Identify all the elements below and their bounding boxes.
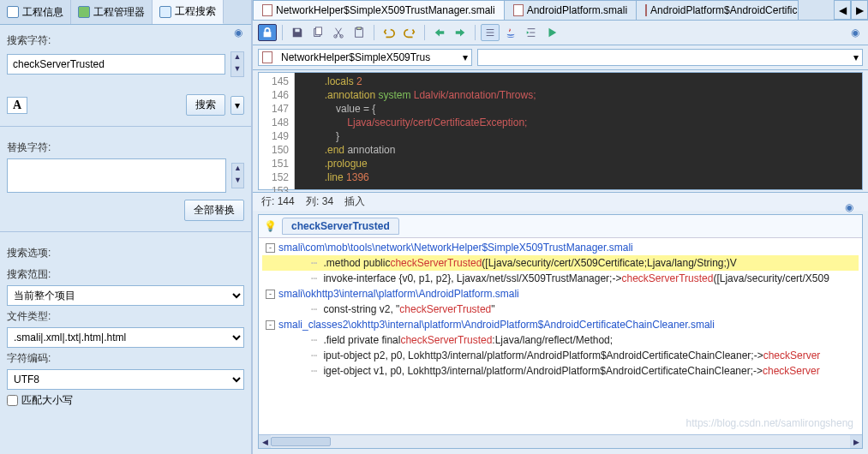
search-button[interactable]: 搜索 xyxy=(186,94,225,116)
java-icon[interactable] xyxy=(501,24,520,41)
info-icon xyxy=(7,6,19,18)
code-editor[interactable]: 145146147148149150151152153 .locals 2 .a… xyxy=(258,72,863,190)
replace-all-button[interactable]: 全部替换 xyxy=(184,200,244,221)
smali-file-icon xyxy=(262,51,272,63)
eye-icon[interactable]: ◉ xyxy=(234,27,246,39)
smali-file-icon xyxy=(513,4,524,16)
file-tabs: NetworkHelper$SimpleX509TrustManager.sma… xyxy=(253,0,868,21)
copy-icon[interactable] xyxy=(308,24,327,41)
results-hscroll[interactable]: ◀▶ xyxy=(259,434,862,448)
svg-rect-5 xyxy=(356,27,361,30)
forward-icon[interactable] xyxy=(451,24,470,41)
save-icon[interactable] xyxy=(288,24,307,41)
file-tab-1[interactable]: AndroidPlatform.smali xyxy=(504,0,637,20)
svg-rect-1 xyxy=(315,27,321,35)
file-tab-0[interactable]: NetworkHelper$SimpleX509TrustManager.sma… xyxy=(253,0,505,20)
editor-status-bar: 行: 144 列: 34 插入 xyxy=(253,192,868,211)
left-panel: 工程信息 工程管理器 工程搜索 ◉ 搜索字符: ▲▼ A 搜索 ▾ 替换字符: xyxy=(0,0,253,454)
encoding-select[interactable]: UTF8 xyxy=(7,369,244,390)
search-input[interactable] xyxy=(7,54,225,75)
lines-icon[interactable] xyxy=(481,24,500,41)
results-tab[interactable]: checkServerTrusted xyxy=(282,218,399,235)
replace-chars-label: 替换字符: xyxy=(7,137,244,158)
paste-icon[interactable] xyxy=(350,24,368,41)
smali-file-icon xyxy=(645,4,647,16)
redo-icon[interactable] xyxy=(400,24,419,41)
search-input-scroll[interactable]: ▲▼ xyxy=(230,51,244,77)
eye-icon[interactable]: ◉ xyxy=(851,27,863,39)
file-tab-2[interactable]: AndroidPlatform$AndroidCertificateChainC… xyxy=(636,0,799,20)
search-results-panel: ◉ 💡 checkServerTrusted -smali\com\mob\to… xyxy=(258,214,863,449)
filetype-select[interactable]: .smali|.xml|.txt|.htm|.html xyxy=(7,327,244,348)
search-dropdown-button[interactable]: ▾ xyxy=(230,96,244,115)
tab-prev-button[interactable]: ◀ xyxy=(834,0,851,20)
tab-project-search[interactable]: 工程搜索 xyxy=(153,0,224,24)
left-tabbar: 工程信息 工程管理器 工程搜索 xyxy=(0,0,251,25)
manager-icon xyxy=(78,6,90,18)
eye-icon[interactable]: ◉ xyxy=(845,201,857,213)
svg-point-2 xyxy=(334,35,338,39)
search-scope-label: 搜索范围: xyxy=(7,264,244,285)
lock-icon[interactable] xyxy=(258,24,277,41)
tab-project-info[interactable]: 工程信息 xyxy=(0,0,71,24)
breadcrumb-method[interactable]: ▾ xyxy=(477,49,863,66)
indent-icon[interactable] xyxy=(522,24,541,41)
code-content[interactable]: .locals 2 .annotation system Ldalvik/ann… xyxy=(295,73,862,189)
breadcrumb-class[interactable]: NetworkHelper$SimpleX509Trus ▾ xyxy=(258,49,472,66)
smali-file-icon xyxy=(262,4,272,16)
bulb-icon: 💡 xyxy=(264,220,277,232)
run-icon[interactable] xyxy=(542,24,561,41)
tab-project-manager[interactable]: 工程管理器 xyxy=(71,0,153,24)
editor-toolbar: ◉ xyxy=(253,21,868,45)
encoding-label: 字符编码: xyxy=(7,348,244,369)
undo-icon[interactable] xyxy=(380,24,398,41)
replace-input-scroll[interactable]: ▲▼ xyxy=(231,163,244,188)
filetype-label: 文件类型: xyxy=(7,306,244,327)
search-icon xyxy=(159,6,171,18)
replace-input[interactable] xyxy=(7,158,226,193)
search-options-label: 搜索选项: xyxy=(7,242,244,264)
breadcrumb-bar: NetworkHelper$SimpleX509Trus ▾ ▾ xyxy=(253,45,868,70)
scope-select[interactable]: 当前整个项目 xyxy=(7,285,244,306)
back-icon[interactable] xyxy=(430,24,449,41)
results-header: 💡 checkServerTrusted xyxy=(259,215,862,238)
search-chars-label: 搜索字符: xyxy=(7,30,244,51)
cut-icon[interactable] xyxy=(329,24,348,41)
font-icon[interactable]: A xyxy=(7,97,27,114)
line-gutter: 145146147148149150151152153 xyxy=(259,73,295,189)
match-case-checkbox[interactable]: 匹配大小写 xyxy=(7,390,244,411)
results-tree[interactable]: -smali\com\mob\tools\network\NetworkHelp… xyxy=(259,238,862,434)
svg-point-3 xyxy=(340,35,344,39)
right-panel: NetworkHelper$SimpleX509TrustManager.sma… xyxy=(253,0,868,454)
tab-next-button[interactable]: ▶ xyxy=(851,0,868,20)
